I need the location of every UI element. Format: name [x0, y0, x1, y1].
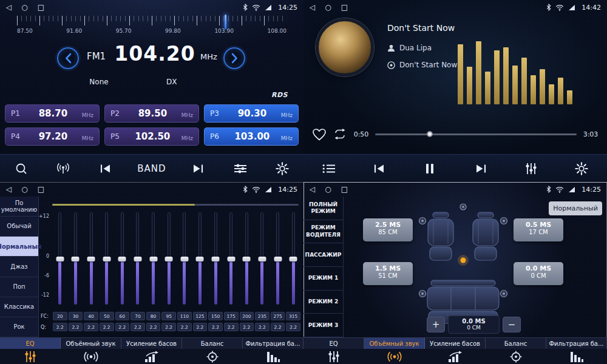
settings-button[interactable] — [571, 158, 592, 179]
delay-front-left[interactable]: 2.5 MS85 CM — [363, 218, 413, 241]
tab-eq-icon[interactable] — [304, 349, 364, 364]
tab-surround-icon[interactable] — [61, 349, 121, 364]
home-button[interactable]: ○ — [325, 186, 331, 193]
tab-eq[interactable]: EQ — [0, 338, 61, 349]
radio-preset-p5[interactable]: P5102.50MHz — [104, 127, 199, 146]
eq-preset-0[interactable]: По умолчанию — [0, 197, 38, 217]
recents-button[interactable]: □ — [341, 186, 348, 193]
recents-button[interactable]: □ — [38, 4, 44, 11]
eq-band-slider-275[interactable] — [276, 212, 279, 305]
eq-band-slider-315[interactable] — [292, 212, 295, 305]
seek-down-button[interactable] — [57, 47, 79, 69]
tab-bass-boost-icon[interactable] — [425, 349, 486, 364]
eq-band-slider-235[interactable] — [260, 212, 263, 305]
radio-preset-p4[interactable]: P497.20MHz — [5, 127, 100, 146]
progress-knob[interactable] — [427, 131, 433, 137]
band-button[interactable]: BAND — [137, 158, 166, 179]
sound-profile-button[interactable]: Нормальный — [549, 201, 602, 215]
eq-band-slider-40[interactable] — [90, 212, 93, 305]
surround-mode-5[interactable]: РЕЖИМ 3 — [304, 314, 343, 337]
eq-band-slider-150[interactable] — [214, 212, 217, 305]
playlist-button[interactable] — [319, 158, 339, 179]
favorite-button[interactable] — [312, 128, 327, 141]
next-track-button[interactable] — [470, 158, 491, 179]
home-button[interactable]: ○ — [21, 4, 27, 11]
seek-up-button[interactable] — [223, 47, 245, 69]
eq-band-handle[interactable] — [243, 257, 251, 261]
eq-preset-2[interactable]: Нормальный — [0, 237, 38, 257]
surround-mode-0[interactable]: ПОЛНЫЙ РЕЖИМ — [304, 197, 343, 220]
surround-mode-4[interactable]: РЕЖИМ 2 — [304, 291, 343, 314]
home-button[interactable]: ○ — [21, 186, 27, 193]
eq-band-handle[interactable] — [56, 257, 64, 261]
delay-front-right[interactable]: 0.5 MS17 CM — [514, 218, 563, 241]
delay-rear-right[interactable]: 0.0 MS0 CM — [514, 262, 563, 285]
eq-band-slider-125[interactable] — [198, 212, 202, 305]
eq-band-slider-20[interactable] — [58, 212, 61, 305]
eq-band-slider-110[interactable] — [183, 212, 186, 305]
delay-decrease-button[interactable]: − — [503, 317, 521, 332]
search-button[interactable] — [11, 158, 32, 179]
recents-button[interactable]: □ — [341, 4, 348, 11]
eq-band-slider-95[interactable] — [168, 212, 171, 305]
settings-button[interactable] — [272, 158, 293, 179]
tab-balance-icon[interactable] — [182, 349, 243, 364]
eq-band-handle[interactable] — [227, 257, 235, 261]
previous-track-button[interactable] — [369, 158, 390, 179]
radio-preset-p2[interactable]: P289.50MHz — [104, 104, 199, 123]
equalizer-button[interactable] — [521, 158, 541, 179]
eq-preset-3[interactable]: Джаз — [0, 257, 38, 277]
tab-balance[interactable]: Баланс — [486, 338, 546, 349]
eq-band-slider-70[interactable] — [136, 212, 139, 305]
next-station-button[interactable] — [188, 158, 208, 179]
eq-band-handle[interactable] — [87, 257, 95, 261]
eq-band-handle[interactable] — [212, 257, 220, 261]
tab-filter-icon[interactable] — [243, 349, 304, 364]
home-button[interactable]: ○ — [325, 4, 331, 11]
eq-band-slider-175[interactable] — [229, 212, 232, 305]
delay-rear-left[interactable]: 1.5 MS51 CM — [363, 262, 413, 285]
eq-band-handle[interactable] — [149, 257, 157, 261]
eq-band-slider-30[interactable] — [74, 212, 77, 305]
tune-options-button[interactable] — [230, 158, 251, 179]
frequency-ruler[interactable]: 87.5091.6095.7099.80103.90108.00 — [0, 16, 304, 42]
eq-band-handle[interactable] — [196, 257, 204, 261]
eq-overview-slider[interactable] — [52, 204, 299, 206]
eq-band-handle[interactable] — [118, 257, 126, 261]
eq-band-handle[interactable] — [258, 257, 266, 261]
back-button[interactable]: ◁ — [6, 186, 12, 193]
tab-bass-boost-icon[interactable] — [121, 349, 182, 364]
tab-eq-icon[interactable] — [0, 349, 61, 364]
eq-band-slider-60[interactable] — [121, 212, 124, 305]
tab-filter-icon[interactable] — [546, 349, 607, 364]
eq-band-handle[interactable] — [72, 257, 80, 261]
tab-bass-boost[interactable]: Усиление басов — [425, 338, 486, 349]
eq-preset-5[interactable]: Классика — [0, 297, 38, 317]
tab-surround[interactable]: Объёмный звук — [61, 338, 121, 349]
eq-band-handle[interactable] — [165, 257, 173, 261]
eq-band-slider-80[interactable] — [152, 212, 155, 305]
eq-band-handle[interactable] — [290, 257, 297, 261]
eq-band-handle[interactable] — [134, 257, 141, 261]
eq-band-handle[interactable] — [274, 257, 282, 261]
eq-band-slider-50[interactable] — [105, 212, 108, 305]
repeat-button[interactable] — [333, 129, 347, 140]
tab-filter[interactable]: Фильтрация ба... — [546, 338, 607, 349]
surround-mode-3[interactable]: РЕЖИМ 1 — [304, 267, 343, 291]
surround-mode-1[interactable]: РЕЖИМ ВОДИТЕЛЯ — [304, 220, 343, 244]
pause-button[interactable] — [419, 158, 440, 179]
tab-bass-boost[interactable]: Усиление басов — [121, 338, 182, 349]
back-button[interactable]: ◁ — [310, 4, 315, 11]
previous-station-button[interactable] — [95, 158, 116, 179]
back-button[interactable]: ◁ — [6, 4, 12, 11]
eq-preset-4[interactable]: Поп — [0, 277, 38, 297]
tab-eq[interactable]: EQ — [304, 338, 364, 349]
radio-preset-p3[interactable]: P390.30MHz — [204, 104, 299, 123]
eq-preset-6[interactable]: Рок — [0, 317, 38, 337]
delay-increase-button[interactable]: + — [427, 317, 445, 332]
recents-button[interactable]: □ — [38, 186, 44, 193]
tab-surround-icon[interactable] — [364, 349, 425, 364]
back-button[interactable]: ◁ — [310, 186, 315, 193]
eq-band-handle[interactable] — [180, 257, 188, 261]
progress-bar[interactable] — [375, 133, 577, 135]
